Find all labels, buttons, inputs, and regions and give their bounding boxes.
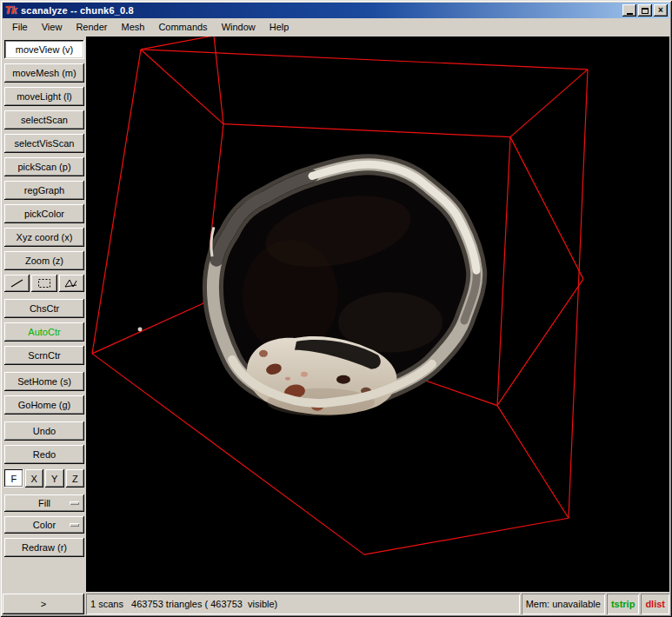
line-icon [10, 278, 24, 289]
dlist-toggle[interactable]: dlist [641, 594, 669, 614]
axis-button-row: F X Y Z [4, 469, 84, 488]
menu-mesh[interactable]: Mesh [114, 20, 151, 35]
scan-stats-readout: 1 scans 463753 triangles ( 463753 visibl… [86, 594, 520, 614]
maximize-button[interactable] [638, 4, 652, 17]
scanned-mesh-object [138, 164, 477, 415]
titlebar[interactable]: Tk scanalyze -- chunk6_0.8 × [3, 3, 669, 18]
axis-z-button[interactable]: Z [66, 469, 85, 488]
autoctr-button[interactable]: AutoCtr [4, 322, 84, 342]
moveview-button[interactable]: moveView (v) [4, 40, 84, 59]
polyline-select-button[interactable] [59, 275, 84, 292]
menu-help[interactable]: Help [263, 20, 296, 35]
fill-mode-label: Fill [38, 498, 50, 508]
reggraph-button[interactable]: regGraph [4, 181, 84, 200]
xyzcoord-button[interactable]: Xyz coord (x) [4, 228, 84, 247]
color-mode-label: Color [33, 520, 56, 530]
gohome-button[interactable]: GoHome (g) [4, 395, 84, 415]
tstrip-toggle[interactable]: tstrip [607, 594, 640, 614]
maximize-icon [642, 8, 649, 14]
window-controls: × [622, 4, 668, 17]
selection-tool-row [4, 275, 84, 292]
close-button[interactable]: × [654, 4, 668, 17]
minimize-icon [627, 13, 633, 15]
selectscan-button[interactable]: selectScan [4, 110, 84, 129]
render-viewport[interactable] [86, 36, 669, 592]
statusbar: > 1 scans 463753 triangles ( 463753 visi… [3, 592, 669, 614]
window-title: scanalyze -- chunk6_0.8 [21, 5, 622, 16]
main-area: moveView (v) moveMesh (m) moveLight (l) … [3, 36, 669, 592]
rect-select-button[interactable] [31, 275, 57, 292]
dashed-rect-icon [37, 278, 51, 289]
optionmenu-indicator-icon [70, 501, 79, 505]
axis-x-button[interactable]: X [25, 469, 44, 488]
scrnctr-button[interactable]: ScrnCtr [4, 346, 84, 365]
menubar: File View Render Mesh Commands Window He… [3, 18, 669, 36]
polyline-icon [64, 278, 78, 289]
movemesh-button[interactable]: moveMesh (m) [4, 63, 84, 83]
pickcolor-button[interactable]: pickColor [4, 204, 84, 223]
fill-mode-menubutton[interactable]: Fill [4, 494, 84, 512]
render-canvas[interactable] [86, 36, 669, 592]
pickscan-button[interactable]: pickScan (p) [4, 157, 84, 176]
minimize-button[interactable] [622, 4, 636, 17]
axis-f-button[interactable]: F [4, 469, 23, 488]
menu-file[interactable]: File [5, 20, 35, 35]
redo-button[interactable]: Redo [4, 445, 84, 464]
undo-button[interactable]: Undo [4, 421, 84, 441]
app-window: Tk scanalyze -- chunk6_0.8 × File View R… [0, 0, 672, 617]
zoom-button[interactable]: Zoom (z) [4, 251, 84, 270]
chsctr-button[interactable]: ChsCtr [4, 299, 84, 318]
axis-y-button[interactable]: Y [45, 469, 64, 488]
optionmenu-indicator-icon [70, 523, 79, 527]
expand-panel-button[interactable]: > [3, 594, 84, 614]
line-select-button[interactable] [4, 275, 30, 292]
movelight-button[interactable]: moveLight (l) [4, 87, 84, 106]
memory-readout: Mem: unavailable [522, 594, 605, 614]
menu-view[interactable]: View [35, 20, 70, 35]
tool-sidebar: moveView (v) moveMesh (m) moveLight (l) … [3, 36, 86, 592]
menu-commands[interactable]: Commands [151, 20, 214, 35]
redraw-button[interactable]: Redraw (r) [4, 538, 84, 557]
color-mode-menubutton[interactable]: Color [4, 516, 84, 534]
app-icon: Tk [4, 4, 18, 17]
menu-window[interactable]: Window [215, 20, 263, 35]
selectvisscan-button[interactable]: selectVisScan [4, 134, 84, 153]
sethome-button[interactable]: SetHome (s) [4, 372, 84, 391]
menu-render[interactable]: Render [69, 20, 114, 35]
